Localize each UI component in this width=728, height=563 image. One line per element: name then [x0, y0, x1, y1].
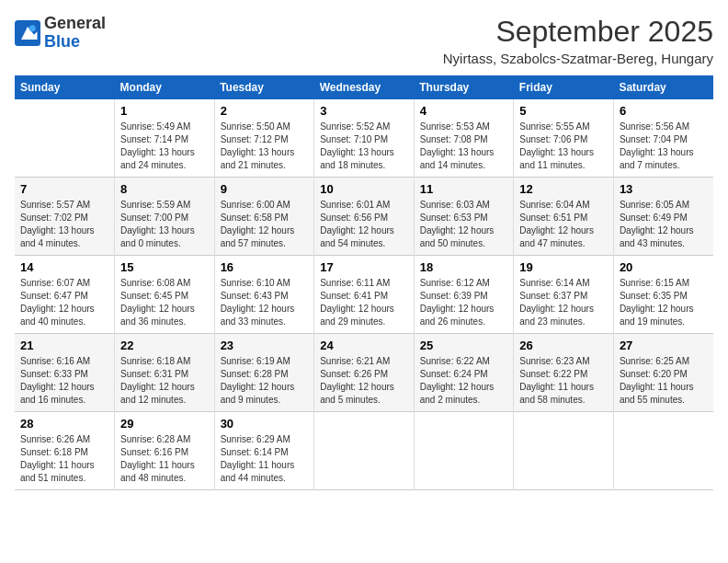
day-number: 5: [519, 104, 608, 118]
day-number: 20: [620, 260, 708, 274]
cell-info: Sunrise: 6:19 AM Sunset: 6:28 PM Dayligh…: [221, 355, 309, 407]
day-number: 12: [519, 182, 608, 196]
day-number: 14: [20, 260, 108, 274]
calendar-cell: 5Sunrise: 5:55 AM Sunset: 7:06 PM Daylig…: [514, 99, 614, 178]
cell-info: Sunrise: 6:01 AM Sunset: 6:56 PM Dayligh…: [320, 199, 408, 250]
cell-info: Sunrise: 5:57 AM Sunset: 7:02 PM Dayligh…: [20, 199, 108, 250]
day-number: 8: [120, 182, 209, 196]
day-number: 28: [20, 417, 108, 431]
cell-info: Sunrise: 6:16 AM Sunset: 6:33 PM Dayligh…: [20, 355, 108, 407]
cell-info: Sunrise: 5:50 AM Sunset: 7:12 PM Dayligh…: [221, 121, 309, 172]
calendar-cell: 13Sunrise: 6:05 AM Sunset: 6:49 PM Dayli…: [613, 178, 713, 256]
cell-info: Sunrise: 6:22 AM Sunset: 6:24 PM Dayligh…: [420, 355, 508, 407]
day-number: 30: [221, 417, 309, 431]
calendar-cell: [414, 412, 514, 490]
calendar-cell: [514, 412, 614, 490]
calendar-cell: 6Sunrise: 5:56 AM Sunset: 7:04 PM Daylig…: [613, 99, 713, 178]
calendar-cell: 4Sunrise: 5:53 AM Sunset: 7:08 PM Daylig…: [414, 99, 514, 178]
day-number: 11: [420, 182, 508, 196]
day-number: 22: [120, 339, 209, 352]
day-number: 2: [221, 104, 309, 118]
cell-info: Sunrise: 6:29 AM Sunset: 6:14 PM Dayligh…: [221, 433, 309, 485]
day-number: 24: [320, 339, 408, 352]
cell-info: Sunrise: 6:15 AM Sunset: 6:35 PM Dayligh…: [620, 277, 708, 328]
cell-info: Sunrise: 5:53 AM Sunset: 7:08 PM Dayligh…: [420, 121, 508, 172]
day-number: 21: [20, 339, 108, 352]
header-day-tuesday: Tuesday: [214, 75, 314, 99]
cell-info: Sunrise: 6:14 AM Sunset: 6:37 PM Dayligh…: [519, 277, 608, 328]
calendar-cell: 28Sunrise: 6:26 AM Sunset: 6:18 PM Dayli…: [15, 412, 115, 490]
cell-info: Sunrise: 6:00 AM Sunset: 6:58 PM Dayligh…: [221, 199, 309, 250]
calendar-cell: 12Sunrise: 6:04 AM Sunset: 6:51 PM Dayli…: [514, 178, 614, 256]
header-day-sunday: Sunday: [15, 75, 115, 99]
week-row: 1Sunrise: 5:49 AM Sunset: 7:14 PM Daylig…: [15, 99, 713, 178]
cell-info: Sunrise: 5:52 AM Sunset: 7:10 PM Dayligh…: [320, 121, 408, 172]
calendar-cell: 29Sunrise: 6:28 AM Sunset: 6:16 PM Dayli…: [115, 412, 215, 490]
page-header: General Blue September 2025 Nyirtass, Sz…: [15, 15, 713, 66]
calendar-cell: 26Sunrise: 6:23 AM Sunset: 6:22 PM Dayli…: [514, 334, 614, 412]
calendar-table: SundayMondayTuesdayWednesdayThursdayFrid…: [15, 75, 713, 490]
cell-info: Sunrise: 6:03 AM Sunset: 6:53 PM Dayligh…: [420, 199, 508, 250]
logo-icon: [15, 20, 40, 46]
cell-info: Sunrise: 6:12 AM Sunset: 6:39 PM Dayligh…: [420, 277, 508, 328]
logo: General Blue: [15, 15, 106, 52]
calendar-cell: 1Sunrise: 5:49 AM Sunset: 7:14 PM Daylig…: [115, 99, 215, 178]
calendar-cell: 14Sunrise: 6:07 AM Sunset: 6:47 PM Dayli…: [15, 256, 115, 334]
calendar-cell: 24Sunrise: 6:21 AM Sunset: 6:26 PM Dayli…: [314, 334, 415, 412]
day-number: 1: [120, 104, 209, 118]
cell-info: Sunrise: 6:26 AM Sunset: 6:18 PM Dayligh…: [20, 433, 108, 485]
header-day-monday: Monday: [115, 75, 215, 99]
day-number: 26: [519, 339, 608, 352]
day-number: 18: [420, 260, 508, 274]
day-number: 7: [20, 182, 108, 196]
svg-point-2: [29, 25, 36, 31]
day-number: 13: [620, 182, 708, 196]
week-row: 28Sunrise: 6:26 AM Sunset: 6:18 PM Dayli…: [15, 412, 713, 490]
cell-info: Sunrise: 5:55 AM Sunset: 7:06 PM Dayligh…: [519, 121, 608, 172]
calendar-cell: 23Sunrise: 6:19 AM Sunset: 6:28 PM Dayli…: [214, 334, 314, 412]
day-number: 25: [420, 339, 508, 352]
calendar-cell: 9Sunrise: 6:00 AM Sunset: 6:58 PM Daylig…: [214, 178, 314, 256]
cell-info: Sunrise: 6:05 AM Sunset: 6:49 PM Dayligh…: [620, 199, 708, 250]
cell-info: Sunrise: 6:07 AM Sunset: 6:47 PM Dayligh…: [20, 277, 108, 328]
calendar-cell: 8Sunrise: 5:59 AM Sunset: 7:00 PM Daylig…: [115, 178, 215, 256]
cell-info: Sunrise: 5:56 AM Sunset: 7:04 PM Dayligh…: [620, 121, 708, 172]
cell-info: Sunrise: 6:04 AM Sunset: 6:51 PM Dayligh…: [519, 199, 608, 250]
cell-info: Sunrise: 6:21 AM Sunset: 6:26 PM Dayligh…: [320, 355, 408, 407]
day-number: 16: [221, 260, 309, 274]
day-number: 9: [221, 182, 309, 196]
cell-info: Sunrise: 6:18 AM Sunset: 6:31 PM Dayligh…: [120, 355, 209, 407]
cell-info: Sunrise: 5:49 AM Sunset: 7:14 PM Dayligh…: [120, 121, 209, 172]
logo-blue-text: Blue: [44, 32, 80, 51]
cell-info: Sunrise: 6:25 AM Sunset: 6:20 PM Dayligh…: [620, 355, 708, 407]
day-number: 27: [620, 339, 708, 352]
day-number: 6: [620, 104, 708, 118]
calendar-cell: 27Sunrise: 6:25 AM Sunset: 6:20 PM Dayli…: [613, 334, 713, 412]
week-row: 14Sunrise: 6:07 AM Sunset: 6:47 PM Dayli…: [15, 256, 713, 334]
calendar-cell: 17Sunrise: 6:11 AM Sunset: 6:41 PM Dayli…: [314, 256, 415, 334]
day-number: 17: [320, 260, 408, 274]
calendar-cell: 30Sunrise: 6:29 AM Sunset: 6:14 PM Dayli…: [214, 412, 314, 490]
month-title: September 2025: [443, 15, 713, 49]
calendar-cell: 25Sunrise: 6:22 AM Sunset: 6:24 PM Dayli…: [414, 334, 514, 412]
day-number: 4: [420, 104, 508, 118]
calendar-body: 1Sunrise: 5:49 AM Sunset: 7:14 PM Daylig…: [15, 99, 713, 490]
calendar-cell: 3Sunrise: 5:52 AM Sunset: 7:10 PM Daylig…: [314, 99, 415, 178]
week-row: 7Sunrise: 5:57 AM Sunset: 7:02 PM Daylig…: [15, 178, 713, 256]
calendar-cell: [314, 412, 415, 490]
day-number: 10: [320, 182, 408, 196]
calendar-cell: 19Sunrise: 6:14 AM Sunset: 6:37 PM Dayli…: [514, 256, 614, 334]
calendar-cell: 7Sunrise: 5:57 AM Sunset: 7:02 PM Daylig…: [15, 178, 115, 256]
day-number: 19: [519, 260, 608, 274]
title-block: September 2025 Nyirtass, Szabolcs-Szatma…: [443, 15, 713, 66]
header-day-friday: Friday: [514, 75, 614, 99]
cell-info: Sunrise: 6:23 AM Sunset: 6:22 PM Dayligh…: [519, 355, 608, 407]
day-number: 23: [221, 339, 309, 352]
calendar-header: SundayMondayTuesdayWednesdayThursdayFrid…: [15, 75, 713, 99]
calendar-cell: 18Sunrise: 6:12 AM Sunset: 6:39 PM Dayli…: [414, 256, 514, 334]
calendar-cell: [15, 99, 115, 178]
calendar-cell: 21Sunrise: 6:16 AM Sunset: 6:33 PM Dayli…: [15, 334, 115, 412]
header-day-saturday: Saturday: [613, 75, 713, 99]
day-number: 3: [320, 104, 408, 118]
day-number: 29: [120, 417, 209, 431]
